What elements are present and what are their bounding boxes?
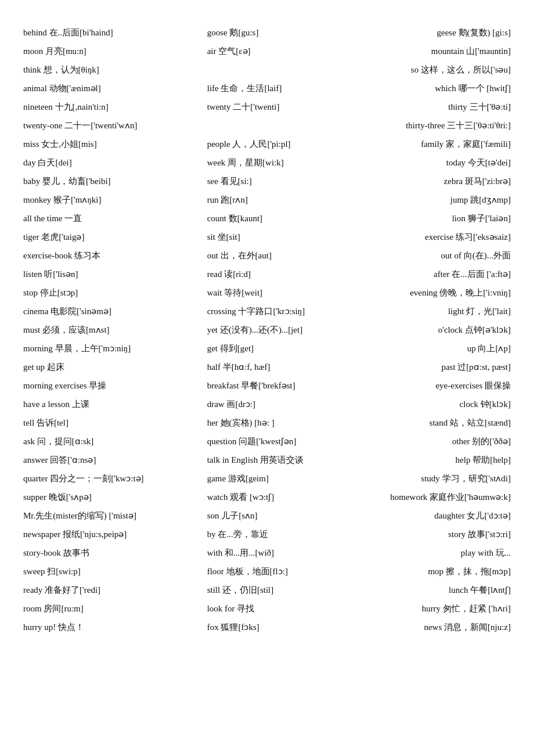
- vocab-cell-28-0: story-book 故事书: [17, 543, 184, 562]
- vocab-cell-13-2: after 在...后面 ['a:ftə]: [350, 265, 517, 283]
- vocab-cell-32-2: news 消息，新闻[nju:z]: [350, 618, 517, 636]
- vocab-cell-25-1: watch 观看 [wɔ:tʃ]: [184, 488, 351, 506]
- vocab-cell-22-0: ask 问，提问[ɑ:sk]: [17, 432, 184, 451]
- vocab-cell-17-0: morning 早晨，上午['mɔ:niŋ]: [17, 339, 184, 358]
- vocab-cell-18-0: get up 起床: [17, 358, 184, 376]
- vocab-cell-32-1: fox 狐狸[fɔks]: [184, 618, 351, 636]
- vocab-cell-8-0: baby 婴儿，幼畜['beibi]: [17, 172, 184, 190]
- vocab-cell-26-1: son 儿子[sʌn]: [184, 506, 351, 525]
- vocab-cell-23-2: help 帮助[help]: [350, 451, 517, 469]
- vocab-cell-27-0: newspaper 报纸['nju:s,peipə]: [17, 525, 184, 543]
- vocab-cell-26-0: Mr.先生(mister的缩写) ['mistə]: [17, 506, 184, 525]
- vocab-cell-31-1: look for 寻找: [184, 599, 351, 618]
- vocab-cell-6-1: people 人，人民['pi:pl]: [184, 135, 351, 153]
- vocab-cell-30-2: lunch 午餐[lʌntʃ]: [350, 581, 517, 599]
- vocab-cell-22-1: question 问题['kwestʃən]: [184, 432, 351, 451]
- vocab-cell-27-1: by 在...旁，靠近: [184, 525, 351, 543]
- vocab-cell-4-2: thirty 三十['θə:ti]: [350, 98, 517, 116]
- vocab-cell-2-2: so 这样，这么，所以['səu]: [350, 60, 517, 79]
- vocab-cell-30-1: still 还，仍旧[stil]: [184, 581, 351, 599]
- vocab-cell-9-1: run 跑[rʌn]: [184, 190, 351, 209]
- vocab-cell-20-0: have a lesson 上课: [17, 395, 184, 413]
- vocab-cell-29-0: sweep 扫[swi:p]: [17, 562, 184, 581]
- vocab-cell-2-0: think 想，认为[θiŋk]: [17, 60, 184, 79]
- vocab-cell-18-1: half 半[hɑ:f, hæf]: [184, 358, 351, 376]
- vocab-cell-16-0: must 必须，应该[mʌst]: [17, 321, 184, 339]
- vocab-cell-25-2: homework 家庭作业['həumwə:k]: [350, 488, 517, 506]
- vocab-cell-10-1: count 数[kaunt]: [184, 209, 351, 228]
- vocab-cell-23-0: answer 回答['ɑ:nsə]: [17, 451, 184, 469]
- vocab-cell-12-0: exercise-book 练习本: [17, 246, 184, 265]
- vocab-cell-31-2: hurry 匆忙，赶紧 ['hʌri]: [350, 599, 517, 618]
- vocab-cell-14-0: stop 停止[stɔp]: [17, 283, 184, 302]
- vocab-cell-21-1: her 她(宾格) [hə: ]: [184, 413, 351, 432]
- vocab-cell-1-1: air 空气[εə]: [184, 42, 351, 60]
- vocab-cell-24-0: quarter 四分之一；一刻['kwɔ:tə]: [17, 469, 184, 488]
- vocab-cell-16-2: o'clock 点钟[ə'klɔk]: [350, 321, 517, 339]
- vocab-cell-16-1: yet 还(没有)...还(不)...[jet]: [184, 321, 351, 339]
- vocab-cell-14-2: evening 傍晚，晚上['i:vniŋ]: [350, 283, 517, 302]
- vocab-cell-31-0: room 房间[ru:m]: [17, 599, 184, 618]
- vocab-cell-26-2: daughter 女儿['dɔ:tə]: [350, 506, 517, 525]
- vocab-cell-21-0: tell 告诉[tel]: [17, 413, 184, 432]
- vocab-cell-12-2: out of 向(在)...外面: [350, 246, 517, 265]
- vocab-cell-12-1: out 出，在外[aut]: [184, 246, 351, 265]
- vocab-cell-28-1: with 和...用...[wið]: [184, 543, 351, 562]
- vocab-cell-15-0: cinema 电影院['sinəmə]: [17, 302, 184, 321]
- vocab-cell-24-1: game 游戏[geim]: [184, 469, 351, 488]
- vocab-cell-13-1: read 读[ri:d]: [184, 265, 351, 283]
- vocab-cell-3-1: life 生命，生活[laif]: [184, 79, 351, 98]
- vocab-cell-19-0: morning exercises 早操: [17, 376, 184, 395]
- vocab-cell-11-0: tiger 老虎['taigə]: [17, 228, 184, 246]
- vocab-cell-21-2: stand 站，站立[stænd]: [350, 413, 517, 432]
- vocab-cell-3-2: which 哪一个 [hwitʃ]: [350, 79, 517, 98]
- vocab-cell-6-0: miss 女士,小姐[mis]: [17, 135, 184, 153]
- vocab-cell-25-0: supper 晚饭['sʌpə]: [17, 488, 184, 506]
- vocab-cell-27-2: story 故事['stɔ:ri]: [350, 525, 517, 543]
- vocab-cell-29-1: floor 地板，地面[flɔ:]: [184, 562, 351, 581]
- vocab-cell-24-2: study 学习，研究['stʌdi]: [350, 469, 517, 488]
- vocab-cell-6-2: family 家，家庭['fæmili]: [350, 135, 517, 153]
- vocab-cell-8-2: zebra 斑马['zi:brə]: [350, 172, 517, 190]
- vocab-cell-5-0: twenty-one 二十一['twenti'wʌn]: [17, 116, 184, 135]
- vocab-cell-1-0: moon 月亮[mu:n]: [17, 42, 184, 60]
- vocab-cell-29-2: mop 擦，抹，拖[mɔp]: [350, 562, 517, 581]
- vocab-cell-28-2: play with 玩...: [350, 543, 517, 562]
- vocab-cell-11-2: exercise 练习['eksəsaiz]: [350, 228, 517, 246]
- vocab-cell-15-1: crossing 十字路口['krɔ:siŋ]: [184, 302, 351, 321]
- vocab-cell-5-2: thirty-three 三十三['θə:ti'θri:]: [350, 116, 517, 135]
- vocab-cell-5-1: [184, 116, 351, 135]
- vocab-cell-15-2: light 灯，光['lait]: [350, 302, 517, 321]
- vocab-cell-8-1: see 看见[si:]: [184, 172, 351, 190]
- vocab-cell-20-1: draw 画[drɔ:]: [184, 395, 351, 413]
- vocab-cell-20-2: clock 钟[klɔk]: [350, 395, 517, 413]
- vocab-cell-10-0: all the time 一直: [17, 209, 184, 228]
- vocab-cell-2-1: [184, 60, 351, 79]
- vocab-cell-19-2: eye-exercises 眼保操: [350, 376, 517, 395]
- vocab-cell-0-0: behind 在..后面[bi'haind]: [17, 23, 184, 42]
- vocab-cell-7-2: today 今天[tə'dei]: [350, 153, 517, 172]
- vocab-cell-11-1: sit 坐[sit]: [184, 228, 351, 246]
- vocab-cell-9-2: jump 跳[dʒʌmp]: [350, 190, 517, 209]
- vocab-cell-17-1: get 得到[get]: [184, 339, 351, 358]
- vocab-cell-32-0: hurry up! 快点！: [17, 618, 184, 636]
- vocab-cell-7-0: day 白天[dei]: [17, 153, 184, 172]
- vocab-cell-18-2: past 过[pɑ:st, pæst]: [350, 358, 517, 376]
- vocab-grid: behind 在..后面[bi'haind]goose 鹅[gu:s]geese…: [17, 23, 517, 636]
- vocab-cell-17-2: up 向上[ʌp]: [350, 339, 517, 358]
- vocab-cell-0-1: goose 鹅[gu:s]: [184, 23, 351, 42]
- vocab-cell-7-1: week 周，星期[wi:k]: [184, 153, 351, 172]
- vocab-cell-3-0: animal 动物['ænimәl]: [17, 79, 184, 98]
- vocab-cell-0-2: geese 鹅(复数) [gi:s]: [350, 23, 517, 42]
- vocab-cell-13-0: listen 听['lisən]: [17, 265, 184, 283]
- vocab-cell-4-1: twenty 二十['twenti]: [184, 98, 351, 116]
- vocab-cell-22-2: other 别的['ððə]: [350, 432, 517, 451]
- vocab-cell-23-1: talk in English 用英语交谈: [184, 451, 351, 469]
- vocab-cell-1-2: mountain 山['mauntin]: [350, 42, 517, 60]
- vocab-cell-10-2: lion 狮子['laiən]: [350, 209, 517, 228]
- vocab-cell-9-0: monkey 猴子['mʌŋki]: [17, 190, 184, 209]
- vocab-cell-14-1: wait 等待[weit]: [184, 283, 351, 302]
- vocab-cell-4-0: nineteen 十九[,nain'ti:n]: [17, 98, 184, 116]
- vocab-cell-19-1: breakfast 早餐['brekfəst]: [184, 376, 351, 395]
- vocab-cell-30-0: ready 准备好了['redi]: [17, 581, 184, 599]
